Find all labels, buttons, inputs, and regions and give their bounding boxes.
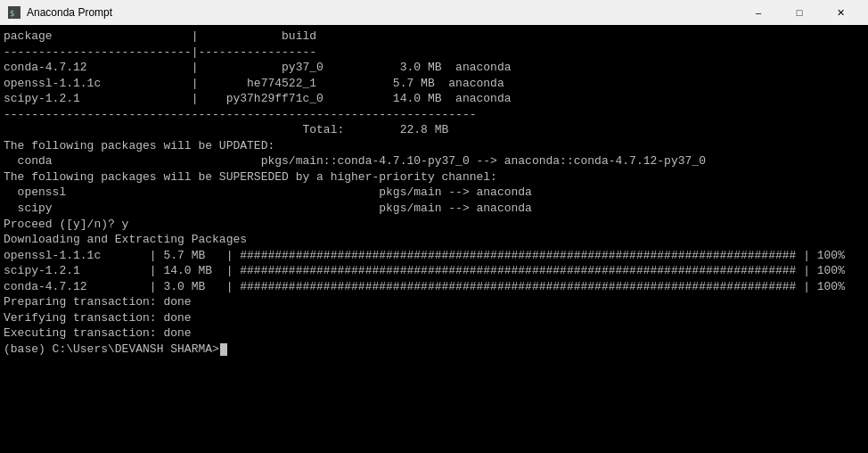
terminal-line: (base) C:\Users\DEVANSH SHARMA> xyxy=(4,342,864,358)
terminal-line: Preparing transaction: done xyxy=(4,294,864,310)
terminal-line: openssl-1.1.1c | he774522_1 5.7 MB anaco… xyxy=(4,76,864,92)
terminal-line: Executing transaction: done xyxy=(4,325,864,342)
svg-text:$: $ xyxy=(10,9,14,18)
window-title: Anaconda Prompt xyxy=(27,6,738,19)
terminal-line: Total: 22.8 MB xyxy=(4,122,864,138)
terminal-line: scipy pkgs/main --> anaconda xyxy=(4,201,864,217)
anaconda-prompt-window: $ Anaconda Prompt – □ ✕ package | build-… xyxy=(0,0,868,453)
terminal-line: conda-4.7.12 | py37_0 3.0 MB anaconda xyxy=(4,60,864,76)
terminal-line: scipy-1.2.1 | py37h29ff71c_0 14.0 MB ana… xyxy=(4,91,864,107)
app-icon: $ xyxy=(7,5,21,20)
terminal-line: openssl pkgs/main --> anaconda xyxy=(4,185,864,201)
terminal-line: ----------------------------------------… xyxy=(4,107,864,123)
terminal-line: ---------------------------|------------… xyxy=(4,45,864,61)
terminal-line: Proceed ([y]/n)? y xyxy=(4,217,864,233)
terminal-line: Downloading and Extracting Packages xyxy=(4,232,864,248)
terminal-line: scipy-1.2.1 | 14.0 MB | ################… xyxy=(4,263,864,279)
window-controls: – □ ✕ xyxy=(738,0,861,25)
titlebar: $ Anaconda Prompt – □ ✕ xyxy=(0,0,868,25)
terminal-line: conda-4.7.12 | 3.0 MB | ################… xyxy=(4,279,864,295)
terminal-line: openssl-1.1.1c | 5.7 MB | ##############… xyxy=(4,248,864,264)
terminal-line: The following packages will be UPDATED: xyxy=(4,138,864,154)
terminal-line: conda pkgs/main::conda-4.7.10-py37_0 -->… xyxy=(4,153,864,169)
terminal-line: The following packages will be SUPERSEDE… xyxy=(4,169,864,185)
maximize-button[interactable]: □ xyxy=(779,0,820,25)
terminal-output[interactable]: package | build-------------------------… xyxy=(0,25,868,453)
terminal-line: Verifying transaction: done xyxy=(4,310,864,326)
minimize-button[interactable]: – xyxy=(738,0,779,25)
terminal-cursor xyxy=(220,343,227,356)
terminal-line: package | build xyxy=(4,29,864,45)
close-button[interactable]: ✕ xyxy=(820,0,861,25)
